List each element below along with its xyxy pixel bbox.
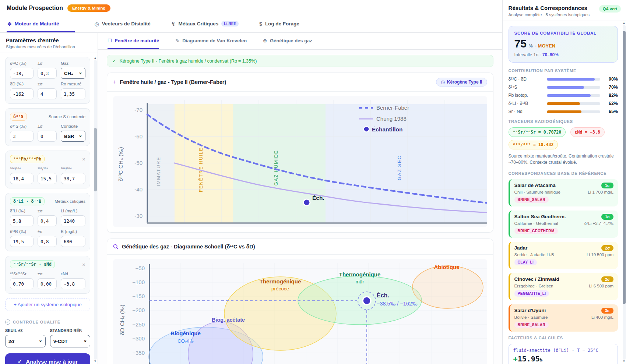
b11-input[interactable] (10, 236, 34, 247)
tab-metaux-critiques[interactable]: ↯ Métaux Critiques Li-REE (170, 16, 239, 32)
close-icon[interactable]: × (82, 262, 85, 267)
field-label: ±σ (38, 209, 57, 214)
seuil-select[interactable]: 2σ ∨ (5, 335, 46, 347)
isotope-card-li-b: δ⁷Li · δ¹¹B Métaux critiques δ⁷Li (‰) ±σ (5, 193, 90, 251)
li7-input[interactable] (10, 215, 34, 226)
field-label: ±σ (38, 229, 57, 234)
legend-echantillon: Échantillon (372, 126, 403, 132)
b11-sigma-input[interactable] (38, 236, 57, 247)
match-name: Jadar (514, 245, 528, 251)
select-value: BSR (64, 134, 74, 139)
zone-fenetre-huile (175, 104, 233, 223)
standard-label: STANDARD RÉF. (50, 328, 91, 333)
contexte-select[interactable]: BSR ∨ (61, 131, 85, 142)
scroll-up-icon[interactable]: ▲ (623, 21, 626, 25)
contribution-bar (547, 110, 582, 113)
svg-text:-70: -70 (134, 107, 143, 113)
tab-vecteurs-de-distalite[interactable]: ◎ Vecteurs de Distalité (94, 16, 151, 32)
gaz-select[interactable]: CH₄ ∨ (61, 68, 85, 79)
dd-input[interactable] (10, 88, 34, 99)
contribution-label: δ¹³C · δD (509, 77, 543, 82)
end-input[interactable] (61, 278, 85, 289)
ro-input[interactable] (61, 88, 85, 99)
sigma-badge: 3σ (601, 308, 613, 314)
contribution-row: Pb isotop. 82% (509, 93, 618, 98)
field-label: Contexte (61, 124, 85, 129)
dollar-icon: $ (259, 21, 262, 27)
y-axis-label: δ¹³C CH₄ (‰) (117, 147, 124, 181)
match-card-salton-sea[interactable]: Salton Sea Geotherm. 1σ Californie · Géo… (509, 211, 618, 238)
sigma-badge: 2σ (601, 245, 613, 251)
li-conc-input[interactable] (61, 215, 85, 226)
schoell-diagram-card: Génétique des gaz - Diagramme Schoell (δ… (107, 238, 493, 364)
scroll-down-icon[interactable]: ▼ (94, 360, 97, 363)
add-isotope-system-button[interactable]: + Ajouter un système isotopique (5, 298, 90, 311)
match-card-cinovec[interactable]: Cinovec / Zinnwald 2σ Erzgebirge · Greis… (509, 273, 618, 300)
svg-text:-40: -40 (134, 186, 143, 192)
app-header: Module Prospection Energy & Mining (0, 0, 502, 16)
li7-sigma-input[interactable] (38, 215, 57, 226)
subtab-fenetre-de-maturite[interactable]: ☐ Fenêtre de maturité (108, 33, 159, 49)
check-icon: ✓ (112, 58, 116, 64)
pb207-input[interactable] (38, 173, 57, 184)
contribution-row: Sr · Nd 65% (509, 109, 618, 114)
score-value: 75 (514, 38, 527, 50)
update-analysis-button[interactable]: ✓ Analyse mise à jour (5, 353, 90, 364)
results-scrollbar[interactable]: ▲ ▼ (622, 21, 626, 363)
y-tick-labels: −50 −100 −150 −200 −250 −300 −350 (132, 265, 145, 356)
scrollbar-thumb[interactable] (94, 128, 97, 191)
label-biog-acetate: Biog. acétate (212, 317, 245, 323)
sample-point[interactable] (363, 297, 371, 305)
scroll-down-icon[interactable]: ▼ (623, 360, 626, 363)
y-axis-label: δD CH₄ (‰) (119, 305, 125, 335)
contribution-bar (547, 78, 595, 81)
match-card-uyuni[interactable]: Salar d'Uyuni 3σ Bolivie · Saumure Li 40… (509, 304, 618, 332)
subtab-van-krevelen[interactable]: ✎ Diagramme de Van Krevelen (175, 33, 247, 49)
pb208-input[interactable] (61, 173, 85, 184)
d13c-input[interactable] (10, 68, 34, 79)
label-biogenique: Biogénique (170, 330, 201, 336)
standard-select[interactable]: V-CDT ∨ (50, 335, 91, 347)
svg-text:−200: −200 (132, 307, 145, 313)
scroll-up-icon[interactable]: ▲ (94, 56, 97, 60)
s34-sigma-input[interactable] (38, 131, 57, 142)
quality-control-heading: ✓ CONTRÔLE QUALITÉ (5, 319, 90, 325)
sidebar-title: Paramètres d'entrée (6, 37, 92, 43)
match-card-jadar[interactable]: Jadar 2σ Serbie · Jadarite Li-B Li 19 50… (509, 242, 618, 269)
tab-log-de-forage[interactable]: $ Log de Forage (259, 16, 300, 32)
contribution-row: δ⁷Li · δ¹¹B 62% (509, 101, 618, 106)
results-scroll-area: SCORE DE COMPATIBILITÉ GLOBAL 75 % - MOY… (503, 21, 626, 364)
factor-formula: fluid-smectite (δ⁷Li) · T = 25°C (513, 348, 613, 353)
sample-point[interactable] (303, 199, 310, 206)
sample-value-label: −38.5‰ / −162‰ (377, 301, 418, 307)
svg-text:−350: −350 (132, 350, 145, 356)
sidebar-scroll-area[interactable]: δ¹³C (‰) ±σ Gaz CH₄ ∨ (0, 53, 98, 364)
kerogen-type-badge[interactable]: ◷ Kérogène Type II (436, 78, 487, 86)
isotope-card-c-d: δ¹³C (‰) ±σ Gaz CH₄ ∨ (5, 57, 90, 104)
match-card-atacama[interactable]: Salar de Atacama 1σ Chili · Saumure hali… (509, 179, 618, 206)
lightning-icon: ↯ (171, 21, 176, 27)
sr-sigma-input[interactable] (38, 278, 57, 289)
sidebar-scrollbar[interactable]: ▲ ▼ (94, 56, 97, 363)
field-li7: δ⁷Li (‰) (10, 209, 34, 226)
dd-sigma-input[interactable] (38, 88, 57, 99)
kerogen-status-alert: ✓ Kérogène Type II - Fenêtre à gaz humid… (107, 55, 493, 67)
sidebar-subtitle: Signatures mesurées de l'échantillon (6, 45, 92, 49)
match-value: Li 19 500 ppm (587, 252, 613, 257)
tab-moteur-de-maturite[interactable]: ✽ Moteur de Maturité (7, 16, 75, 32)
svg-text:-60: -60 (134, 133, 143, 139)
s34-input[interactable] (10, 131, 34, 142)
alert-text: Kérogène Type II - Fenêtre à gaz humide … (119, 59, 257, 64)
sr-input[interactable] (10, 278, 34, 289)
close-icon[interactable]: × (82, 156, 85, 162)
maturity-chart-svg: -70 -60 -50 -40 -30 δ¹³C CH₄ (‰) IMMATUR… (113, 96, 487, 226)
b-conc-input[interactable] (61, 236, 85, 247)
field-d13c-sigma: ±σ (38, 61, 57, 79)
pb206-input[interactable] (10, 173, 34, 184)
scrollbar-thumb[interactable] (623, 31, 626, 304)
subtab-genetique-des-gaz[interactable]: ⊕ Génétique des gaz (263, 33, 312, 49)
d13c-sigma-input[interactable] (38, 68, 57, 79)
module-prospection-app: Module Prospection Energy & Mining ✽ Mot… (0, 0, 626, 364)
chart2-title: Génétique des gaz - Diagramme Schoell (δ… (122, 244, 255, 250)
select-value: V-CDT (53, 339, 68, 344)
